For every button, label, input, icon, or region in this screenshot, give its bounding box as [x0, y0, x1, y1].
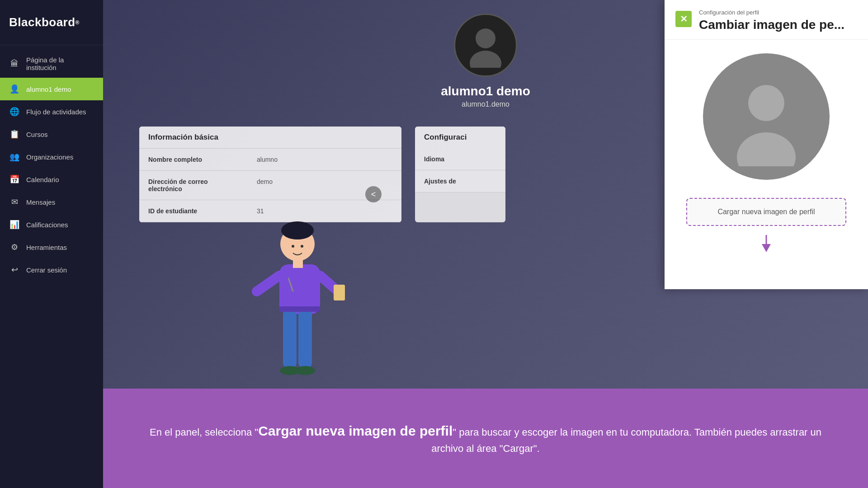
config-section: Configuraci Idioma Ajustes de: [415, 127, 505, 222]
main-area: alumno1 demo alumno1.demo Información bá…: [103, 0, 868, 488]
profile-panel: ✕ Configuración del perfil Cambiar image…: [665, 0, 868, 289]
avatar-svg: [463, 23, 508, 68]
profile-username: alumno1.demo: [462, 100, 509, 108]
value-nombre: alumno: [248, 149, 287, 170]
messages-icon: ✉: [9, 197, 20, 207]
sidebar-label-herramientas: Herramientas: [26, 244, 67, 251]
app-logo: Blackboard®: [0, 0, 103, 45]
svg-rect-15: [279, 306, 320, 312]
grades-icon: 📊: [9, 220, 20, 230]
instruction-bar: En el panel, selecciona "Cargar nueva im…: [103, 389, 868, 488]
panel-title-area: Configuración del perfil Cambiar imagen …: [699, 9, 844, 32]
table-row: Ajustes de: [415, 170, 505, 192]
config-section-title: Configuraci: [415, 127, 505, 148]
basic-info-section: Información básica Nombre completo alumn…: [139, 127, 401, 222]
svg-marker-21: [762, 244, 771, 252]
activity-icon: 🌐: [9, 107, 20, 117]
sidebar-item-cerrar[interactable]: ↩ Cerrar sesión: [0, 258, 103, 281]
sidebar-item-herramientas[interactable]: ⚙ Herramientas: [0, 236, 103, 258]
svg-rect-8: [283, 310, 297, 368]
sidebar-nav: 🏛 Página de la institución 👤 alumno1 dem…: [0, 45, 103, 488]
upload-arrow-icon: [757, 235, 775, 253]
sidebar-item-alumno[interactable]: 👤 alumno1 demo: [0, 78, 103, 100]
orgs-icon: 👥: [9, 152, 20, 162]
value-correo: demo: [248, 171, 282, 200]
sidebar-label-flujo: Flujo de actividades: [26, 108, 86, 116]
label-ajustes: Ajustes de: [415, 170, 505, 192]
panel-title: Cambiar imagen de pe...: [699, 18, 844, 32]
logo-text: Blackboard: [9, 15, 75, 29]
upload-new-image-button[interactable]: Cargar nueva imagen de perfil: [696, 208, 836, 216]
upload-drop-zone[interactable]: Cargar nueva imagen de perfil: [686, 198, 846, 226]
user-icon: 👤: [9, 84, 20, 94]
panel-avatar-area: [665, 40, 868, 189]
table-row: Dirección de correo electrónico demo: [139, 171, 401, 200]
sidebar-item-flujo[interactable]: 🌐 Flujo de actividades: [0, 100, 103, 123]
sidebar-label-alumno: alumno1 demo: [26, 85, 71, 93]
sidebar: Blackboard® 🏛 Página de la institución 👤…: [0, 0, 103, 488]
svg-point-18: [748, 85, 784, 121]
sidebar-label-institucion: Página de la institución: [26, 56, 94, 71]
table-row: Nombre completo alumno: [139, 149, 401, 171]
instruction-prefix: En el panel, selecciona ": [150, 427, 258, 438]
label-correo: Dirección de correo electrónico: [139, 171, 248, 200]
svg-point-0: [476, 28, 495, 48]
sidebar-item-organizaciones[interactable]: 👥 Organizaciones: [0, 145, 103, 168]
logout-icon: ↩: [9, 265, 20, 275]
svg-point-14: [301, 245, 303, 248]
sidebar-label-cursos: Cursos: [26, 131, 48, 138]
svg-rect-12: [293, 259, 303, 268]
svg-point-13: [292, 245, 294, 248]
upload-area-wrapper: Cargar nueva imagen de perfil: [675, 193, 857, 253]
sidebar-item-institucion[interactable]: 🏛 Página de la institución: [0, 50, 103, 78]
svg-point-3: [281, 221, 314, 239]
panel-avatar: [703, 53, 830, 180]
profile-name: alumno1 demo: [441, 84, 530, 99]
svg-point-1: [470, 51, 501, 68]
sidebar-label-calendario: Calendario: [26, 176, 59, 183]
panel-close-button[interactable]: ✕: [675, 11, 692, 27]
panel-avatar-svg: [717, 67, 816, 166]
profile-main-avatar: [454, 14, 517, 77]
courses-icon: 📋: [9, 129, 20, 139]
sidebar-label-organizaciones: Organizaciones: [26, 153, 73, 161]
label-nombre: Nombre completo: [139, 149, 248, 170]
sidebar-label-cerrar: Cerrar sesión: [26, 266, 67, 274]
sidebar-item-mensajes[interactable]: ✉ Mensajes: [0, 191, 103, 213]
svg-rect-7: [334, 285, 345, 300]
label-id: ID de estudiante: [139, 200, 248, 222]
info-section-title: Información básica: [139, 127, 401, 149]
character-illustration: [248, 217, 347, 389]
calendar-icon: 📅: [9, 174, 20, 184]
panel-header: ✕ Configuración del perfil Cambiar image…: [665, 0, 868, 40]
sidebar-label-calificaciones: Calificaciones: [26, 221, 68, 229]
panel-subtitle: Configuración del perfil: [699, 9, 844, 16]
trademark: ®: [75, 19, 80, 26]
svg-rect-9: [298, 310, 312, 368]
svg-point-11: [295, 366, 315, 375]
sidebar-item-calificaciones[interactable]: 📊 Calificaciones: [0, 213, 103, 236]
character-svg: [248, 217, 347, 389]
instruction-text: En el panel, selecciona "Cargar nueva im…: [139, 421, 832, 456]
instruction-suffix: " para buscar y escoger la imagen en tu …: [431, 427, 821, 454]
tools-icon: ⚙: [9, 242, 20, 252]
sidebar-label-mensajes: Mensajes: [26, 198, 55, 206]
instruction-highlight: Cargar nueva imagen de perfil: [258, 423, 453, 438]
label-idioma: Idioma: [415, 148, 505, 170]
sidebar-item-cursos[interactable]: 📋 Cursos: [0, 123, 103, 145]
profile-background: alumno1 demo alumno1.demo Información bá…: [103, 0, 868, 389]
institution-icon: 🏛: [9, 59, 20, 69]
svg-line-5: [257, 276, 279, 291]
table-row: Idioma: [415, 148, 505, 170]
chevron-left-button[interactable]: <: [365, 186, 382, 202]
sidebar-item-calendario[interactable]: 📅 Calendario: [0, 168, 103, 191]
